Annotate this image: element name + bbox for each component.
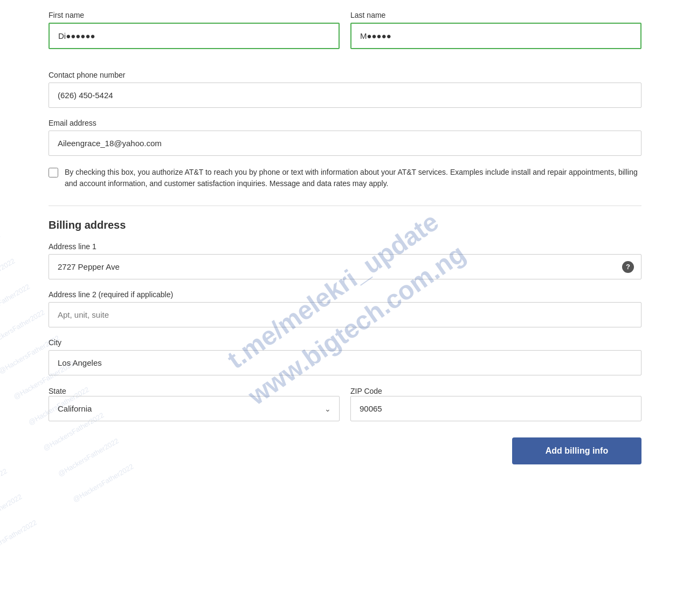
city-label: City (49, 338, 641, 347)
phone-input[interactable] (49, 83, 641, 108)
email-input[interactable] (49, 131, 641, 156)
address2-group: Address line 2 (required if applicable) (49, 290, 641, 327)
form-container: First name Last name Contact phone numbe… (49, 11, 641, 464)
authorization-checkbox-label: By checking this box, you authorize AT&T… (65, 167, 641, 189)
address1-help-icon[interactable]: ? (622, 261, 634, 273)
email-label: Email address (49, 119, 641, 127)
zip-input[interactable] (350, 396, 641, 421)
billing-section-title: Billing address (49, 219, 641, 231)
state-select-wrapper: AlabamaAlaskaArizonaArkansasCaliforniaCo… (49, 396, 340, 421)
city-input[interactable] (49, 350, 641, 375)
first-name-group: First name (49, 11, 340, 49)
phone-group: Contact phone number (49, 71, 641, 108)
email-group: Email address (49, 119, 641, 156)
zip-label: ZIP Code (350, 387, 382, 395)
add-billing-button[interactable]: Add billing info (512, 437, 641, 464)
first-name-label: First name (49, 11, 340, 19)
authorization-checkbox-row: By checking this box, you authorize AT&T… (49, 167, 641, 193)
state-label: State (49, 387, 66, 395)
zip-group: ZIP Code (350, 386, 641, 421)
address2-label: Address line 2 (required if applicable) (49, 290, 641, 299)
last-name-input[interactable] (350, 23, 641, 49)
address1-input[interactable] (49, 254, 641, 279)
authorization-checkbox[interactable] (49, 168, 58, 177)
name-row: First name Last name (49, 11, 641, 60)
address2-input[interactable] (49, 302, 641, 327)
state-group: State AlabamaAlaskaArizonaArkansasCalifo… (49, 386, 340, 421)
address1-input-wrapper: ? (49, 254, 641, 279)
phone-label: Contact phone number (49, 71, 641, 79)
address1-group: Address line 1 ? (49, 242, 641, 279)
state-zip-row: State AlabamaAlaskaArizonaArkansasCalifo… (49, 386, 641, 421)
last-name-label: Last name (350, 11, 641, 19)
section-divider (49, 206, 641, 206)
last-name-group: Last name (350, 11, 641, 49)
address1-label: Address line 1 (49, 242, 641, 251)
city-group: City (49, 338, 641, 375)
state-select[interactable]: AlabamaAlaskaArizonaArkansasCaliforniaCo… (49, 396, 340, 421)
first-name-input[interactable] (49, 23, 340, 49)
